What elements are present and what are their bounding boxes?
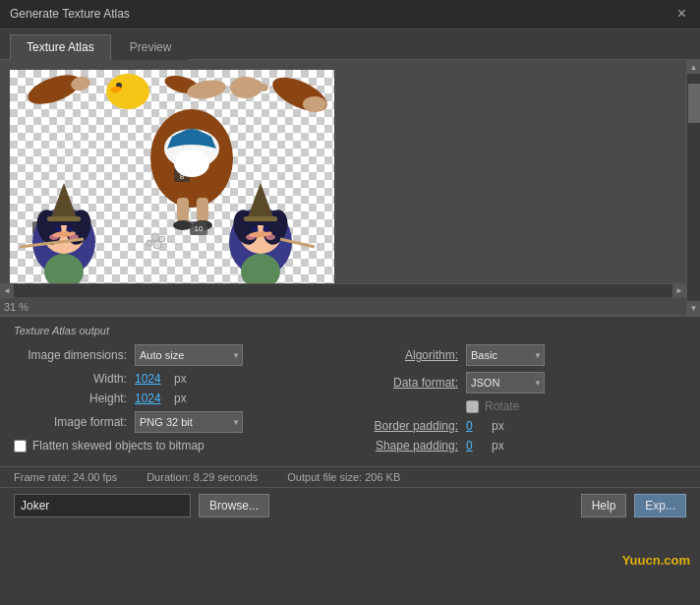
image-dimensions-select[interactable]: Auto size 512x512 1024x1024 2048x2048 <box>135 344 243 366</box>
image-format-row: Image format: PNG 32 bit PNG 8 bit JPEG <box>14 411 340 433</box>
width-row: Width: px <box>14 372 340 386</box>
svg-text:10: 10 <box>195 224 204 233</box>
action-bar: Browse... Help Exp... <box>0 487 700 523</box>
border-padding-unit: px <box>492 419 504 433</box>
settings-right: Algorithm: Basic Advanced Data format: J… <box>360 344 686 458</box>
tab-preview[interactable]: Preview <box>113 34 189 60</box>
scroll-left-arrow[interactable]: ◄ <box>0 284 14 298</box>
svg-point-45 <box>252 226 258 232</box>
scroll-down-arrow[interactable]: ▼ <box>687 301 701 315</box>
shape-padding-label: Shape padding: <box>360 439 458 453</box>
svg-point-53 <box>146 240 152 246</box>
tab-bar: Texture Atlas Preview <box>0 28 700 60</box>
data-format-select[interactable]: JSON XML CSS <box>466 372 545 393</box>
height-label: Height: <box>14 392 127 405</box>
preview-area: 8 3 <box>0 60 700 316</box>
svg-point-10 <box>259 84 268 91</box>
image-dimensions-row: Image dimensions: Auto size 512x512 1024… <box>14 344 340 366</box>
svg-point-46 <box>263 226 269 232</box>
height-unit: px <box>174 392 187 405</box>
zoom-label: 31 % <box>4 301 29 313</box>
svg-point-33 <box>49 234 59 240</box>
data-format-label: Data format: <box>360 376 458 390</box>
height-input[interactable] <box>135 392 170 405</box>
svg-point-47 <box>246 234 256 240</box>
algorithm-row: Algorithm: Basic Advanced <box>360 344 686 366</box>
width-input[interactable] <box>135 372 170 386</box>
shape-padding-row: Shape padding: px <box>360 439 686 453</box>
height-row: Height: px <box>14 392 340 405</box>
filename-input[interactable] <box>14 494 191 517</box>
svg-rect-19 <box>177 198 189 222</box>
border-padding-row: Border padding: px <box>360 419 686 433</box>
settings-left: Image dimensions: Auto size 512x512 1024… <box>14 344 340 458</box>
settings-title: Texture Atlas output <box>14 325 686 336</box>
close-button[interactable]: × <box>673 4 690 24</box>
scroll-right-arrow[interactable]: ► <box>672 284 686 298</box>
svg-point-12 <box>303 96 326 112</box>
scroll-thumb-v[interactable] <box>688 84 700 123</box>
svg-point-48 <box>265 234 275 240</box>
svg-point-51 <box>151 233 159 241</box>
width-unit: px <box>174 372 187 386</box>
svg-point-31 <box>55 226 61 232</box>
watermark: Yuucn.com <box>622 553 690 568</box>
image-format-label: Image format: <box>14 415 127 429</box>
svg-point-15 <box>180 129 204 145</box>
image-format-select-wrapper: PNG 32 bit PNG 8 bit JPEG <box>135 411 243 433</box>
scroll-up-arrow[interactable]: ▲ <box>687 60 701 74</box>
tab-texture-atlas[interactable]: Texture Atlas <box>10 34 111 60</box>
border-padding-input[interactable] <box>466 419 488 433</box>
vertical-scrollbar[interactable]: ▲ ▼ <box>686 60 700 315</box>
settings-grid: Image dimensions: Auto size 512x512 1024… <box>14 344 686 458</box>
browse-button[interactable]: Browse... <box>199 494 269 517</box>
svg-point-32 <box>67 226 73 232</box>
rotate-checkbox[interactable] <box>466 400 479 413</box>
height-control: px <box>135 392 187 405</box>
title-bar: Generate Texture Atlas × <box>0 0 700 28</box>
svg-point-54 <box>153 241 161 249</box>
scroll-track-v[interactable] <box>687 74 700 301</box>
flatten-checkbox[interactable] <box>14 440 27 453</box>
svg-point-11 <box>267 71 331 119</box>
border-padding-label: Border padding: <box>360 419 458 433</box>
algorithm-select[interactable]: Basic Advanced <box>466 344 545 366</box>
settings-area: Texture Atlas output Image dimensions: A… <box>0 316 700 466</box>
width-label: Width: <box>14 372 127 386</box>
svg-rect-43 <box>244 216 277 221</box>
rotate-row: Rotate <box>466 399 686 413</box>
svg-rect-20 <box>197 198 208 222</box>
image-dimensions-label: Image dimensions: <box>14 348 127 362</box>
image-dimensions-select-wrapper: Auto size 512x512 1024x1024 2048x2048 <box>135 344 243 366</box>
horizontal-scrollbar[interactable]: ◄ ► <box>0 283 686 297</box>
flatten-row: Flatten skewed objects to bitmap <box>14 439 340 453</box>
data-format-row: Data format: JSON XML CSS <box>360 372 686 393</box>
help-button[interactable]: Help <box>581 494 627 517</box>
output-file-size: Output file size: 206 KB <box>287 471 400 483</box>
duration: Duration: 8.29 seconds <box>146 471 258 483</box>
window-title: Generate Texture Atlas <box>10 7 130 21</box>
export-button[interactable]: Exp... <box>634 494 686 517</box>
flatten-label[interactable]: Flatten skewed objects to bitmap <box>32 439 204 453</box>
svg-point-18 <box>174 150 209 177</box>
image-format-select[interactable]: PNG 32 bit PNG 8 bit JPEG <box>135 411 243 433</box>
border-padding-control: px <box>466 419 504 433</box>
scroll-track-h[interactable] <box>14 284 672 297</box>
algorithm-select-wrapper: Basic Advanced <box>466 344 545 366</box>
status-bar: Frame rate: 24.00 fps Duration: 8.29 sec… <box>0 466 700 487</box>
svg-point-52 <box>159 236 165 242</box>
shape-padding-control: px <box>466 439 504 453</box>
rotate-label: Rotate <box>485 399 519 413</box>
frame-rate: Frame rate: 24.00 fps <box>14 471 117 483</box>
data-format-select-wrapper: JSON XML CSS <box>466 372 545 393</box>
shape-padding-unit: px <box>492 439 504 453</box>
algorithm-label: Algorithm: <box>360 348 458 362</box>
svg-rect-29 <box>47 216 81 221</box>
width-control: px <box>135 372 187 386</box>
sprite-scene: 8 3 <box>10 70 334 296</box>
preview-canvas: 8 3 <box>10 70 334 296</box>
shape-padding-input[interactable] <box>466 439 488 453</box>
